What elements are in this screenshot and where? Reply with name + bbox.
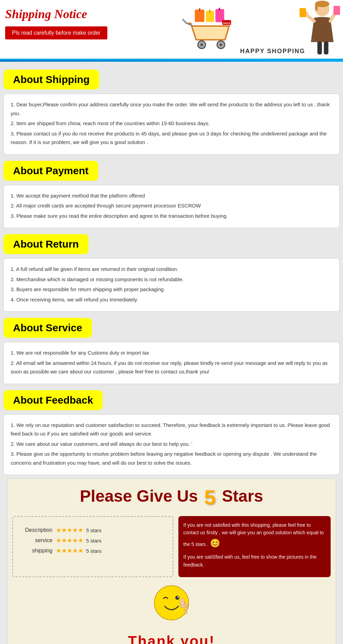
list-item: 2. We care about our value customers, an… xyxy=(11,440,332,449)
payment-section: About Payment 1. We accept the payment m… xyxy=(3,158,340,228)
svg-rect-5 xyxy=(219,8,220,10)
list-item: 1. We accept the payment method that the… xyxy=(11,191,332,200)
feedback-section: About Feedback 1. We rely on our reputat… xyxy=(3,387,340,475)
feedback-badge: About Feedback xyxy=(3,390,103,410)
list-item: 3. Please make sure you read the entire … xyxy=(11,212,332,220)
svg-rect-19 xyxy=(299,8,306,17)
list-item: 2. Item are shipped from china; reach mo… xyxy=(11,119,332,128)
svg-rect-1 xyxy=(199,8,200,11)
rating-row-shipping: shipping ★★★★★ 5 stars xyxy=(22,547,164,554)
stars-count-shipping: 5 stars xyxy=(86,548,102,554)
page-header: Shipping Notice Pls read carefully befor… xyxy=(0,0,343,60)
return-badge: About Return xyxy=(3,234,88,254)
stars-service: ★★★★★ xyxy=(56,537,83,544)
list-item: 2. All email will be answered within 24 … xyxy=(11,359,332,376)
rating-lower-area: Description ★★★★★ 5 stars service ★★★★★ … xyxy=(12,516,331,577)
stars-count-service: 5 stars xyxy=(86,538,102,544)
svg-rect-28 xyxy=(185,603,187,607)
happy-shopping-label: HAPPY SHOPPING xyxy=(240,48,305,55)
payment-title: About Payment xyxy=(13,165,88,176)
svg-point-24 xyxy=(175,596,179,600)
service-section: About Service 1. We are not responsible … xyxy=(3,315,340,384)
shipping-badge: About Shipping xyxy=(3,70,99,90)
svg-point-25 xyxy=(177,596,179,598)
payment-badge: About Payment xyxy=(3,161,98,181)
return-section: About Return 1. A full refund will be gi… xyxy=(3,231,340,312)
service-list: 1. We are not responsible for any Custom… xyxy=(11,348,332,376)
feedback-list: 1. We rely on our reputation and custome… xyxy=(11,421,332,467)
svg-point-9 xyxy=(220,43,222,46)
give-us-post: Stars xyxy=(217,487,263,505)
list-item: 3. Please contact us if you do not recei… xyxy=(11,129,332,147)
service-content-box: 1. We are not responsible for any Custom… xyxy=(3,342,340,384)
svg-rect-27 xyxy=(180,598,185,605)
info-text-2: If you are satiSfied with us, feel free … xyxy=(184,553,326,569)
rating-table: Description ★★★★★ 5 stars service ★★★★★ … xyxy=(12,516,173,577)
rating-label-description: Description xyxy=(22,527,52,533)
read-carefully-label: Pls read carefully before make order xyxy=(5,26,107,39)
svg-point-8 xyxy=(200,43,203,46)
feedback-content-box: 1. We rely on our reputation and custome… xyxy=(3,414,340,475)
shipping-section: About Shipping 1. Dear buyer,Please conf… xyxy=(3,67,340,155)
header-visual: SALE HAPPY SHOPPING xyxy=(172,0,343,60)
list-item: 2. Merchandise which is damaged or missi… xyxy=(11,275,332,284)
thumbs-up-icon xyxy=(12,584,331,630)
give-us-pre: Please Give Us xyxy=(80,487,203,505)
payment-content-box: 1. We accept the payment method that the… xyxy=(3,185,340,228)
svg-text:SALE: SALE xyxy=(223,21,230,24)
list-item: 1. A full refund will be given if items … xyxy=(11,265,332,274)
svg-rect-21 xyxy=(317,41,322,55)
return-title: About Return xyxy=(13,238,79,250)
stars-description: ★★★★★ xyxy=(56,526,83,534)
list-item: 4. Once receiving items, we will refund … xyxy=(11,295,332,304)
rating-row-description: Description ★★★★★ 5 stars xyxy=(22,526,164,534)
svg-rect-22 xyxy=(324,41,328,55)
list-item: 2. All major credit cards are accepted t… xyxy=(11,201,332,210)
feedback-title: About Feedback xyxy=(13,394,93,406)
list-item: 3. Please give us the opportunity to res… xyxy=(11,450,332,467)
info-box: If you are not satisfied with this shopp… xyxy=(178,516,331,577)
svg-rect-0 xyxy=(195,10,204,22)
svg-rect-14 xyxy=(315,3,318,11)
rating-label-shipping: shipping xyxy=(22,548,52,554)
svg-rect-20 xyxy=(334,6,340,15)
rating-label-service: service xyxy=(22,537,52,544)
shipping-list: 1. Dear buyer,Please confirm your addres… xyxy=(11,100,332,147)
stars-shipping: ★★★★★ xyxy=(56,547,83,554)
main-content: About Shipping 1. Dear buyer,Please conf… xyxy=(0,62,343,644)
info-text-1: If you are not satisfied with this shopp… xyxy=(184,521,326,550)
service-title: About Service xyxy=(13,322,82,333)
page-title: Shipping Notice xyxy=(5,7,107,21)
winking-emoji-svg xyxy=(153,584,190,622)
return-content-box: 1. A full refund will be given if items … xyxy=(3,258,340,312)
thank-you-text: Thank you! xyxy=(12,633,331,644)
svg-rect-3 xyxy=(209,10,211,12)
person-icon xyxy=(297,0,341,58)
thank-you-area: Thank you! xyxy=(12,584,331,644)
svg-rect-29 xyxy=(185,607,187,611)
list-item: 1. Dear buyer,Please confirm your addres… xyxy=(11,100,332,118)
list-item: 1. We rely on our reputation and custome… xyxy=(11,421,332,438)
svg-rect-2 xyxy=(206,11,214,22)
shipping-title: About Shipping xyxy=(13,74,90,85)
svg-rect-30 xyxy=(185,611,187,614)
return-list: 1. A full refund will be given if items … xyxy=(11,265,332,304)
smiley-icon: 😊 xyxy=(210,538,220,548)
give-us-stars-title: Please Give Us 5 Stars xyxy=(12,486,331,509)
list-item: 3. Buyers are responsible for return shi… xyxy=(11,285,332,294)
rating-section: Please Give Us 5 Stars Description ★★★★★… xyxy=(7,478,336,644)
cart-icon: SALE xyxy=(178,6,233,54)
list-item: 1. We are not responsible for any Custom… xyxy=(11,348,332,357)
shipping-content-box: 1. Dear buyer,Please confirm your addres… xyxy=(3,94,340,155)
payment-list: 1. We accept the payment method that the… xyxy=(11,191,332,220)
stars-count-description: 5 stars xyxy=(86,527,102,533)
service-badge: About Service xyxy=(3,318,92,338)
header-left: Shipping Notice Pls read carefully befor… xyxy=(0,0,113,46)
rating-row-service: service ★★★★★ 5 stars xyxy=(22,537,164,544)
five-number: 5 xyxy=(204,486,215,509)
svg-line-15 xyxy=(306,15,314,21)
